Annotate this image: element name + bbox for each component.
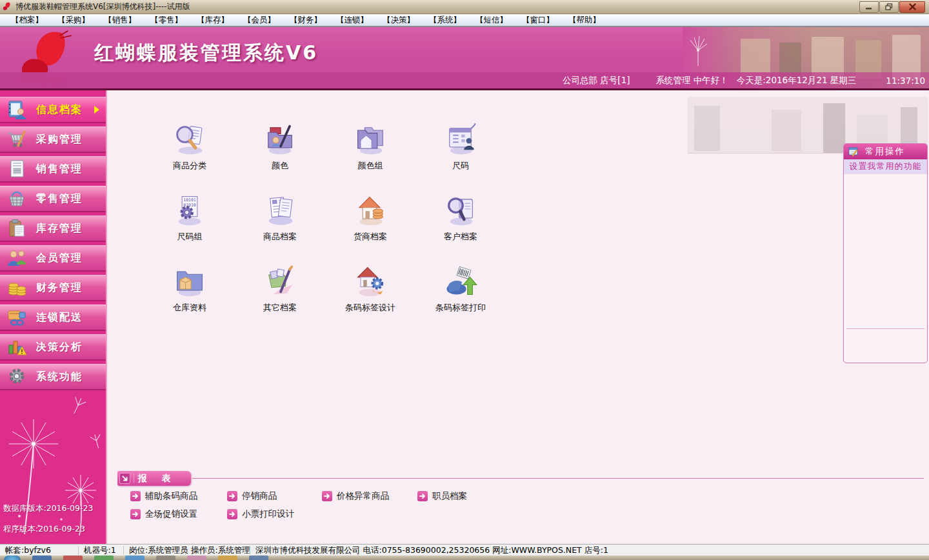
menubar: 【档案】 【采购】 【销售】 【零售】 【库存】 【会员】 【财务】 【连锁】 … xyxy=(0,14,929,27)
info-company-store: 公司总部 店号[1] xyxy=(563,75,630,86)
desktop-item-customer-archive[interactable]: 客户档案 xyxy=(415,189,506,260)
quick-actions-header: 常用操作 xyxy=(844,144,927,159)
status-company-info: 深圳市博优科技发展有限公司 电话:0755-83690002,25320656 … xyxy=(250,546,929,555)
taskbar-app-icon[interactable] xyxy=(249,555,268,560)
taskbar-app-icon[interactable] xyxy=(32,555,52,560)
minimize-icon xyxy=(865,4,873,10)
desktop-item-supplier-archive[interactable]: 货商档案 xyxy=(325,189,415,260)
warehouse-folder-box-icon xyxy=(172,263,208,299)
taskbar-app-icon[interactable] xyxy=(63,555,83,560)
supplier-house-icon xyxy=(352,192,388,228)
desktop-item-color-group[interactable]: 颜色组 xyxy=(325,118,415,189)
desktop-item-other-archive[interactable]: 其它档案 xyxy=(235,260,325,331)
sidebar-item-finance[interactable]: 财务管理 xyxy=(0,275,106,301)
info-greeting: 系统管理 中午好！ xyxy=(656,75,728,86)
status-position: 岗位:系统管理员 xyxy=(124,546,186,555)
desktop-item-size-group[interactable]: 10101 01010 尺码组 xyxy=(145,189,235,260)
category-search-icon xyxy=(172,121,208,157)
menu-decision[interactable]: 【决策】 xyxy=(375,14,422,26)
report-link-abnormal-price-products[interactable]: 价格异常商品 xyxy=(322,490,389,502)
link-arrow-icon xyxy=(417,491,428,501)
barcode-label-print-icon xyxy=(443,263,479,299)
size-group-gear-icon: 10101 01010 xyxy=(172,192,208,228)
taskbar-app-icon[interactable] xyxy=(94,555,114,560)
chain-delivery-icon xyxy=(6,306,28,328)
reports-badge: 报 表 xyxy=(117,471,191,486)
status-account: 帐套:byfzv6 xyxy=(0,546,79,555)
menu-members[interactable]: 【会员】 xyxy=(236,14,283,26)
sidebar-item-chain-delivery[interactable]: 连锁配送 xyxy=(0,305,106,331)
statusbar: 帐套:byfzv6 机器号:1 岗位:系统管理员 操作员:系统管理 深圳市博优科… xyxy=(0,544,929,555)
start-button[interactable] xyxy=(4,555,21,560)
minimize-button[interactable] xyxy=(859,1,879,13)
windows-taskbar[interactable] xyxy=(0,555,929,560)
report-link-employee-archive[interactable]: 职员档案 xyxy=(417,490,467,502)
retail-basket-icon xyxy=(6,188,28,210)
menu-purchase[interactable]: 【采购】 xyxy=(50,14,97,26)
menu-chain[interactable]: 【连锁】 xyxy=(329,14,375,26)
taskbar-app-icon[interactable] xyxy=(218,555,237,560)
other-archive-box-icon xyxy=(262,263,298,299)
infobar: 公司总部 店号[1] 系统管理 中午好！ 今天是:2016年12月21 星期三 … xyxy=(0,72,929,88)
quick-actions-panel: 常用操作 设置我常用的功能 xyxy=(843,143,928,363)
restore-icon xyxy=(885,3,893,10)
sidebar-item-info-archive[interactable]: 信息档案 xyxy=(0,97,106,123)
selected-arrow-icon xyxy=(94,106,99,114)
report-link-discontinued-products[interactable]: 停销商品 xyxy=(227,490,277,502)
desktop-item-barcode-design[interactable]: 条码标签设计 xyxy=(325,260,415,331)
members-people-icon xyxy=(6,247,28,269)
link-arrow-icon xyxy=(130,491,141,501)
titlebar: 博优服装鞋帽管理系统V6[深圳博优科技]----试用版 xyxy=(0,0,929,14)
desktop-icon-grid: 商品分类 颜色 颜色组 xyxy=(145,118,506,331)
reports-arrow-icon xyxy=(119,473,130,484)
menu-help[interactable]: 【帮助】 xyxy=(561,14,608,26)
system-gear-icon xyxy=(6,366,28,388)
close-button[interactable] xyxy=(899,1,925,13)
program-version: 程序版本:2016-09-23 xyxy=(3,524,85,535)
size-table-icon xyxy=(443,121,479,157)
link-arrow-icon xyxy=(130,509,141,519)
restore-button[interactable] xyxy=(879,1,899,13)
menu-inventory[interactable]: 【库存】 xyxy=(190,14,236,26)
reports-title: 报 表 xyxy=(138,473,177,485)
desktop-item-warehouse[interactable]: 仓库资料 xyxy=(145,260,235,331)
sidebar-item-members[interactable]: 会员管理 xyxy=(0,245,106,272)
set-favorite-functions-link[interactable]: 设置我常用的功能 xyxy=(844,159,927,174)
info-archive-icon xyxy=(6,99,28,121)
table-edit-icon xyxy=(848,146,859,157)
menu-system[interactable]: 【系统】 xyxy=(422,14,468,26)
sidebar-item-inventory[interactable]: 库存管理 xyxy=(0,215,106,242)
menu-finance[interactable]: 【财务】 xyxy=(283,14,329,26)
app-butterfly-icon xyxy=(3,2,12,12)
menu-archive[interactable]: 【档案】 xyxy=(4,14,50,26)
menu-retail[interactable]: 【零售】 xyxy=(143,14,190,26)
finance-coins-icon xyxy=(6,277,28,299)
sidebar-item-purchase[interactable]: 采购管理 xyxy=(0,126,106,153)
desktop-item-barcode-print[interactable]: 条码标签打印 xyxy=(415,260,506,331)
sidebar: 信息档案 采购管理 销售管理 xyxy=(0,90,107,544)
sidebar-item-sales[interactable]: 销售管理 xyxy=(0,156,106,183)
desktop-item-product-archive[interactable]: 商品档案 xyxy=(235,189,325,260)
link-arrow-icon xyxy=(227,491,237,501)
sidebar-item-system[interactable]: 系统功能 xyxy=(0,364,106,390)
taskbar-app-icon[interactable] xyxy=(156,555,175,560)
status-machine: 机器号:1 xyxy=(79,546,124,555)
report-link-aux-barcode-products[interactable]: 辅助条码商品 xyxy=(130,490,197,502)
quick-actions-title: 常用操作 xyxy=(865,146,905,157)
desktop-item-size[interactable]: 尺码 xyxy=(415,118,506,189)
analysis-chart-icon xyxy=(6,336,28,358)
sidebar-item-retail[interactable]: 零售管理 xyxy=(0,186,106,212)
main-content: 商品分类 颜色 颜色组 xyxy=(108,90,929,544)
desktop-item-product-category[interactable]: 商品分类 xyxy=(145,118,235,189)
menu-sales[interactable]: 【销售】 xyxy=(97,14,143,26)
taskbar-app-icon[interactable] xyxy=(187,555,206,560)
menu-window[interactable]: 【窗口】 xyxy=(515,14,561,26)
desktop-item-color[interactable]: 颜色 xyxy=(235,118,325,189)
menu-sms[interactable]: 【短信】 xyxy=(468,14,515,26)
reports-divider-line xyxy=(192,478,924,479)
report-link-receipt-print-design[interactable]: 小票打印设计 xyxy=(227,508,294,520)
taskbar-app-icon[interactable] xyxy=(125,555,145,560)
sidebar-item-analysis[interactable]: 决策分析 xyxy=(0,334,106,361)
report-link-store-promotion-settings[interactable]: 全场促销设置 xyxy=(130,508,197,520)
sales-document-icon xyxy=(6,158,28,180)
